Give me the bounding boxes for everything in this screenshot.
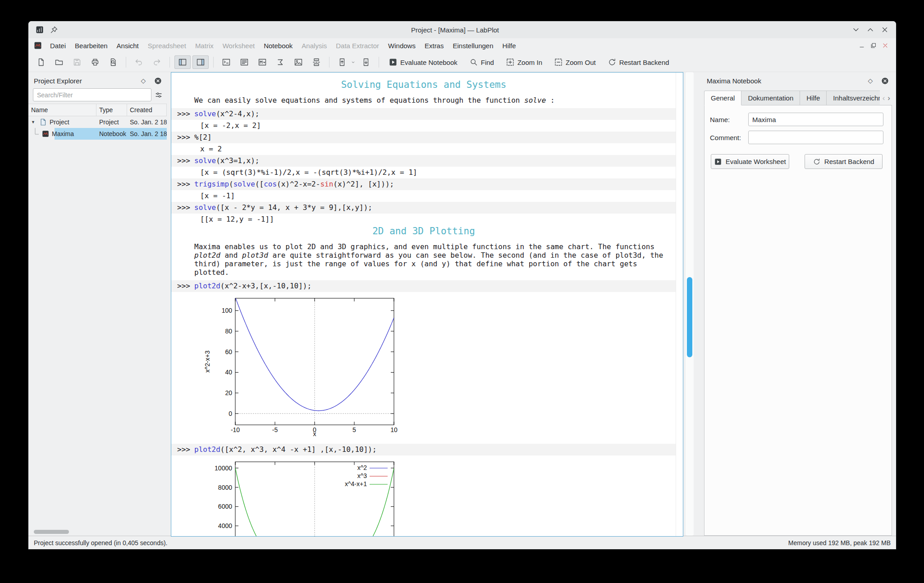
tab-scroll-left-icon[interactable]: ‹	[883, 94, 885, 103]
tab-general[interactable]: General	[704, 91, 741, 105]
table-row[interactable]: ▼ProjectProjectSo. Jan. 2 18:53	[28, 116, 167, 128]
mdi-minimize-button[interactable]	[857, 41, 866, 50]
svg-text:40: 40	[225, 369, 232, 376]
notebook-command-entry[interactable]: >>>solve([x - 2*y = 14, x + 3*y = 9],[x,…	[171, 202, 676, 214]
svg-text:-5: -5	[272, 426, 278, 433]
close-button[interactable]	[880, 25, 890, 35]
notebook-text-entry[interactable]: We can easily solve equations and system…	[194, 96, 665, 105]
column-header-created[interactable]: Created	[127, 104, 167, 116]
tab-inhaltsverzeichnis[interactable]: Inhaltsverzeichnis	[827, 91, 880, 105]
menu-notebook[interactable]: Notebook	[259, 40, 297, 51]
menubar: DateiBearbeitenAnsichtSpreadsheetMatrixW…	[28, 38, 896, 53]
menu-datei[interactable]: Datei	[46, 40, 70, 51]
open-project-button[interactable]	[51, 55, 67, 69]
project-explorer-header: Project Explorer ◇	[28, 74, 167, 87]
svg-text:6000: 6000	[218, 503, 232, 510]
properties-dock: Maxima Notebook ◇ GeneralDokumentationHi…	[701, 72, 894, 537]
table-row[interactable]: MaximaNotebookSo. Jan. 2 18:53	[28, 128, 167, 140]
insert-command-entry-button[interactable]	[218, 55, 234, 69]
menu-hilfe[interactable]: Hilfe	[498, 40, 521, 51]
backend-buttons: Evaluate Worksheet Restart Backend	[711, 154, 883, 169]
insert-latex-entry-button[interactable]	[272, 55, 288, 69]
toggle-project-explorer-button[interactable]	[174, 55, 191, 69]
new-project-button[interactable]	[33, 55, 49, 69]
comment-field[interactable]	[748, 131, 883, 144]
menu-windows[interactable]: Windows	[384, 40, 420, 51]
mdi-restore-button[interactable]	[869, 41, 878, 50]
menu-extras[interactable]: Extras	[420, 40, 448, 51]
restart-backend-button[interactable]: Restart Backend	[603, 55, 674, 69]
name-cell: Maxima	[28, 128, 96, 140]
print-preview-button[interactable]	[105, 55, 121, 69]
name-cell: ▼Project	[28, 118, 96, 126]
close-dock-icon[interactable]	[880, 76, 889, 85]
collapse-all-results-button[interactable]	[334, 55, 350, 69]
notebook-scrollbar[interactable]	[686, 72, 694, 536]
minimize-button[interactable]	[851, 25, 861, 35]
float-dock-icon[interactable]: ◇	[866, 76, 875, 85]
notebook-command-entry[interactable]: >>>solve(x^3=1,x);	[171, 155, 676, 167]
plot-image: 020406080100-10-50510xx^2-x+3	[203, 295, 398, 438]
project-icon	[39, 118, 47, 126]
notebook-command-entry[interactable]: >>>solve(x^2-4,x);	[171, 108, 676, 120]
item-name: Maxima	[52, 130, 74, 137]
insert-text-entry-button[interactable]	[236, 55, 252, 69]
notebook-text-entry[interactable]: Maxima enables us to plot 2D and 3D grap…	[194, 242, 665, 277]
insert-image-entry-button[interactable]	[290, 55, 306, 69]
name-field[interactable]	[748, 113, 883, 126]
expand-all-results-button[interactable]	[358, 55, 374, 69]
evaluate-worksheet-button[interactable]: Evaluate Worksheet	[711, 154, 789, 169]
svg-text:100: 100	[222, 307, 233, 314]
tab-scroll-right-icon[interactable]: ›	[887, 94, 890, 103]
menu-ansicht[interactable]: Ansicht	[112, 40, 143, 51]
menu-einstellungen[interactable]: Einstellungen	[448, 40, 498, 51]
menu-bearbeiten[interactable]: Bearbeiten	[70, 40, 112, 51]
notebook-command-entry[interactable]: >>>%[2]	[171, 132, 676, 143]
explorer-horizontal-scrollbar[interactable]	[34, 530, 69, 534]
column-header-name[interactable]: Name	[28, 104, 96, 116]
item-name: Project	[50, 118, 69, 126]
column-header-type[interactable]: Type	[96, 104, 127, 116]
tab-dokumentation[interactable]: Dokumentation	[741, 91, 800, 105]
command-prompt: >>>	[177, 282, 194, 290]
expander-icon[interactable]: ▼	[31, 120, 37, 124]
save-project-button	[69, 55, 85, 69]
zoom-out-button[interactable]: Zoom Out	[549, 55, 601, 69]
app-icon	[35, 25, 45, 35]
notebook-result: x = 2	[200, 145, 670, 153]
insert-page-break-button[interactable]	[308, 55, 325, 69]
notebook-heading[interactable]: 2D and 3D Plotting	[177, 225, 670, 237]
evaluate-notebook-button[interactable]: Evaluate Notebook	[384, 55, 462, 69]
undo-button	[131, 55, 147, 69]
notebook-command-entry[interactable]: >>>trigsimp(solve([cos(x)^2-x=2-sin(x)^2…	[171, 178, 676, 190]
notebook-command-entry[interactable]: >>>plot2d([x^2, x^3, x^4 -x +1] ,[x,-10,…	[171, 444, 676, 455]
notebook-result: [x = (sqrt(3)*%i-1)/2,x = -(sqrt(3)*%i+1…	[200, 169, 670, 177]
created-cell: So. Jan. 2 18:53	[127, 130, 167, 137]
command-prompt: >>>	[177, 180, 194, 188]
notebook-window-icon	[33, 41, 43, 50]
svg-text:80: 80	[225, 328, 232, 335]
search-input[interactable]	[33, 88, 151, 101]
mdi-window-controls	[857, 41, 892, 50]
notebook-scrollbar-handle[interactable]	[687, 277, 692, 357]
zoom-in-button[interactable]: Zoom In	[501, 55, 547, 69]
command-code: plot2d(x^2-x+3,[x,-10,10]);	[194, 282, 311, 290]
notebook-heading[interactable]: Solving Equations and Systems	[177, 79, 670, 91]
tab-hilfe[interactable]: Hilfe	[800, 91, 827, 105]
print-button[interactable]	[87, 55, 103, 69]
filter-options-icon[interactable]	[154, 91, 163, 100]
mdi-close-button[interactable]	[881, 41, 890, 50]
collapse-all-results-dropdown-icon[interactable]	[350, 59, 356, 65]
maximize-button[interactable]	[865, 25, 875, 35]
float-dock-icon[interactable]: ◇	[139, 76, 148, 85]
pin-icon[interactable]	[49, 25, 59, 35]
close-dock-icon[interactable]	[153, 76, 162, 85]
toggle-properties-explorer-button[interactable]	[192, 55, 209, 69]
notebook-command-entry[interactable]: >>>plot2d(x^2-x+3,[x,-10,10]);	[171, 280, 676, 292]
menu-data-extractor: Data Extractor	[331, 40, 384, 51]
find-button[interactable]: Find	[464, 55, 499, 69]
insert-markdown-entry-button[interactable]	[254, 55, 270, 69]
titlebar[interactable]: Project - [Maxima] — LabPlot	[28, 21, 896, 38]
notebook-view[interactable]: Solving Equations and SystemsWe can easi…	[171, 72, 683, 537]
restart-backend-button[interactable]: Restart Backend	[805, 154, 883, 169]
